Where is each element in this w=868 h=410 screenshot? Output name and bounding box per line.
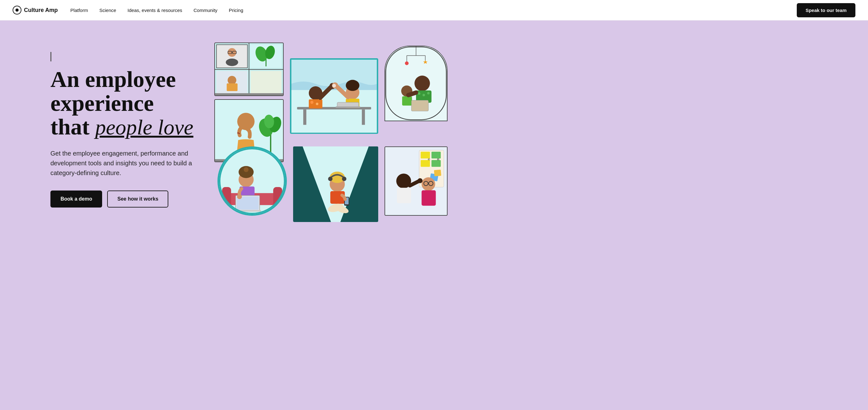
kanban-illustration: TO DO DONE bbox=[385, 147, 447, 215]
svg-point-58 bbox=[423, 94, 425, 96]
nav-links: Platform Science Ideas, events & resourc… bbox=[70, 7, 797, 13]
svg-point-35 bbox=[316, 103, 318, 105]
highfive-frame bbox=[290, 58, 378, 134]
svg-rect-91 bbox=[421, 160, 430, 167]
svg-rect-18 bbox=[227, 83, 237, 91]
svg-rect-19 bbox=[215, 93, 283, 96]
svg-rect-16 bbox=[251, 71, 281, 94]
logo[interactable]: Culture Amp bbox=[12, 6, 58, 14]
svg-point-79 bbox=[328, 177, 333, 181]
svg-rect-44 bbox=[337, 102, 359, 107]
svg-rect-61 bbox=[402, 96, 412, 105]
highfive-illustration bbox=[291, 59, 377, 133]
svg-rect-90 bbox=[421, 152, 430, 159]
nav-science[interactable]: Science bbox=[99, 7, 116, 13]
culture-amp-logo-icon bbox=[12, 6, 22, 14]
svg-rect-93 bbox=[432, 160, 441, 167]
svg-rect-97 bbox=[397, 188, 411, 203]
svg-point-70 bbox=[244, 167, 248, 172]
hero-subtext: Get the employee engagement, performance… bbox=[51, 149, 195, 178]
hero-illustrations: TO DO DONE bbox=[214, 39, 843, 228]
svg-point-7 bbox=[226, 59, 238, 66]
svg-point-17 bbox=[227, 76, 236, 84]
svg-point-53 bbox=[405, 61, 409, 65]
svg-rect-31 bbox=[362, 109, 365, 125]
book-demo-button[interactable]: Book a demo bbox=[51, 191, 102, 207]
laptop-person-illustration bbox=[219, 148, 285, 214]
nav-community[interactable]: Community bbox=[193, 7, 217, 13]
svg-rect-33 bbox=[309, 99, 322, 108]
svg-point-103 bbox=[417, 178, 423, 183]
see-how-it-works-button[interactable]: See how it works bbox=[107, 191, 168, 207]
speak-to-team-button[interactable]: Speak to our team bbox=[797, 3, 856, 17]
decorative-line bbox=[51, 52, 51, 61]
svg-rect-102 bbox=[422, 190, 436, 206]
svg-rect-62 bbox=[411, 100, 428, 111]
hero-left-content: An employee experience that people love … bbox=[51, 39, 195, 207]
laptop-person-circle-frame bbox=[217, 146, 287, 216]
kanban-frame: TO DO DONE bbox=[384, 146, 447, 216]
tent-illustration bbox=[293, 146, 378, 222]
svg-point-59 bbox=[427, 92, 430, 95]
svg-point-39 bbox=[346, 80, 359, 91]
family-dome-frame bbox=[384, 46, 447, 121]
svg-rect-30 bbox=[303, 109, 306, 125]
nav-ideas[interactable]: Ideas, events & resources bbox=[128, 7, 182, 13]
svg-point-55 bbox=[414, 76, 430, 91]
svg-point-34 bbox=[310, 101, 314, 104]
heading-line3: that people love bbox=[51, 114, 193, 139]
main-nav: Culture Amp Platform Science Ideas, even… bbox=[0, 0, 868, 21]
hero-heading: An employee experience that people love bbox=[51, 68, 195, 139]
logo-text: Culture Amp bbox=[24, 7, 58, 13]
nav-platform[interactable]: Platform bbox=[70, 7, 88, 13]
svg-rect-45 bbox=[336, 106, 360, 108]
svg-rect-92 bbox=[432, 152, 441, 159]
video-call-illustration bbox=[215, 43, 283, 96]
hero-buttons: Book a demo See how it works bbox=[51, 191, 195, 207]
svg-rect-95 bbox=[434, 170, 441, 176]
svg-point-43 bbox=[332, 84, 336, 88]
svg-point-80 bbox=[342, 177, 346, 181]
video-call-frame bbox=[214, 42, 284, 96]
tent-person-frame bbox=[293, 146, 378, 222]
svg-point-57 bbox=[418, 92, 421, 95]
illustration-container: TO DO DONE bbox=[214, 39, 843, 260]
family-illustration bbox=[385, 46, 447, 120]
svg-point-75 bbox=[237, 194, 242, 199]
nav-pricing[interactable]: Pricing bbox=[229, 7, 243, 13]
svg-point-1 bbox=[16, 8, 19, 12]
hero-section: An employee experience that people love … bbox=[0, 21, 868, 410]
